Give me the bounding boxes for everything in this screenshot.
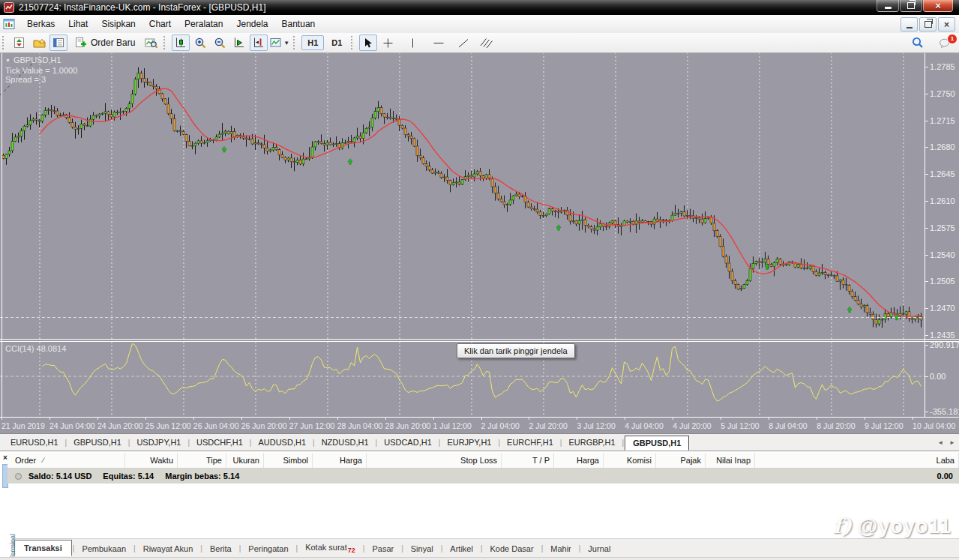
minimize-button[interactable] (877, 0, 899, 12)
terminal-tab[interactable]: Berita (203, 541, 238, 556)
candlestick-mode-button[interactable] (172, 34, 190, 51)
terminal-column-header[interactable]: T / P (502, 453, 554, 468)
timeframe-button[interactable]: D1 (325, 35, 348, 50)
menu-item[interactable]: Peralatan (178, 16, 229, 32)
notification-badge: 1 (947, 34, 958, 44)
price-chart[interactable] (0, 52, 925, 339)
panel-splitter[interactable] (0, 341, 959, 342)
zoom-out-button[interactable] (211, 34, 229, 51)
menu-item[interactable]: Bantuan (275, 16, 322, 32)
profiles-button[interactable] (30, 34, 48, 51)
symbol-tab[interactable]: AUDUSD,H1 (252, 436, 312, 449)
mdi-restore-button[interactable] (919, 17, 937, 31)
chart-window[interactable]: ▼GBPUSD,H1 Tick Value = 1.0000 Spread = … (0, 52, 959, 433)
symbol-tab[interactable]: EURCHF,H1 (501, 436, 559, 449)
tooltip-text: Klik dan tarik pinggir jendela (464, 346, 568, 355)
terminal-column-header[interactable]: Harga (554, 453, 604, 468)
terminal-tab[interactable]: Pasar (365, 541, 400, 556)
menu-item[interactable]: Lihat (61, 16, 94, 32)
zoom-in-button[interactable] (191, 34, 209, 51)
chart-shift-button[interactable] (250, 34, 268, 51)
terminal-column-header[interactable]: Tipe (178, 453, 226, 468)
terminal-column-header[interactable]: Harga (313, 453, 367, 468)
new-chart-icon (13, 37, 25, 49)
scroll-right-icon[interactable]: ► (949, 439, 955, 446)
maximize-button[interactable] (900, 0, 922, 12)
search-button[interactable] (909, 34, 927, 51)
toolbar-grip[interactable] (293, 36, 298, 49)
indicators-button[interactable] (142, 34, 160, 51)
timeframe-button[interactable]: H1 (301, 35, 324, 50)
terminal-tab[interactable]: Transaksi (14, 540, 72, 556)
terminal-column-header[interactable]: Nilai Inap (706, 453, 755, 468)
terminal-tab[interactable]: Riwayat Akun (136, 541, 200, 556)
terminal-tab[interactable]: Kotak surat72 (298, 540, 362, 557)
price-axis-label: 1.2785 (930, 62, 955, 71)
trendline-tool-button[interactable] (454, 34, 472, 51)
terminal-column-header[interactable]: Pajak (656, 453, 706, 468)
notifications-button[interactable]: 1 (936, 36, 954, 49)
symbol-tab[interactable]: USDCAD,H1 (378, 436, 438, 449)
toolbar-grip[interactable] (163, 36, 168, 49)
menu-item[interactable]: Sisipkan (94, 16, 142, 32)
balance-margin: Margin bebas: 5.14 (165, 472, 239, 481)
menu-item[interactable]: Chart (142, 16, 178, 32)
time-axis-label: 1 Jul 12:00 (433, 421, 472, 430)
crosshair-tool-button[interactable] (379, 34, 397, 51)
toolbar-grip[interactable] (2, 36, 7, 49)
chart-symbol-label: GBPUSD,H1 (13, 55, 61, 64)
new-chart-button[interactable] (10, 34, 28, 51)
auto-scroll-button[interactable] (230, 34, 248, 51)
terminal-column-header[interactable]: Stop Loss (367, 453, 502, 468)
terminal-tab[interactable]: Kode Dasar (484, 541, 541, 556)
price-axis-label: 1.2575 (930, 223, 955, 232)
toolbar-grip[interactable] (351, 36, 355, 49)
mdi-close-button[interactable]: × (938, 17, 955, 31)
terminal-column-header[interactable]: Komisi (604, 453, 656, 468)
time-axis-label: 27 Jun 12:00 (289, 421, 335, 430)
price-axis[interactable]: 1.27851.27501.27151.26801.26451.26101.25… (925, 52, 959, 418)
symbol-tab[interactable]: USDJPY,H1 (130, 436, 187, 449)
templates-button[interactable]: ▼ (269, 34, 290, 51)
terminal-tab[interactable]: Peringatan (241, 541, 295, 556)
close-icon: × (935, 1, 941, 10)
panel-splitter[interactable] (0, 339, 959, 340)
scroll-left-icon[interactable]: ◄ (937, 439, 943, 446)
vertical-line-tool-button[interactable] (403, 34, 421, 51)
terminal-column-header[interactable]: Simbol (264, 453, 313, 468)
chart-shift-icon (253, 37, 265, 49)
indicators-icon (145, 37, 158, 49)
symbol-tab[interactable]: USDCHF,H1 (190, 436, 249, 449)
terminal-tab[interactable]: Pembukaan (75, 541, 133, 556)
mdi-minimize-button[interactable] (901, 17, 918, 31)
terminal-tab[interactable]: Sinyal (404, 541, 440, 556)
price-axis-label: 1.2715 (930, 116, 955, 125)
menu-item[interactable]: Berkas (20, 16, 61, 32)
cursor-tool-button[interactable] (359, 34, 377, 51)
symbol-tab[interactable]: EURGBP,H1 (562, 436, 621, 449)
terminal-tab[interactable]: Jurnal (581, 541, 617, 556)
terminal-column-header[interactable]: Waktu (125, 453, 178, 468)
symbol-tab[interactable]: NZDUSD,H1 (316, 436, 375, 449)
symbol-tab[interactable]: GBPUSD,H1 (67, 436, 127, 449)
collapse-triangle-icon[interactable]: ▼ (5, 58, 10, 63)
time-axis[interactable]: 21 Jun 201924 Jun 04:0024 Jun 20:0025 Ju… (0, 418, 959, 433)
menu-item[interactable]: Jendela (229, 16, 274, 32)
terminal-column-header[interactable]: Order/ (7, 453, 125, 468)
symbol-tab[interactable]: GBPUSD,H1 (625, 436, 689, 451)
fibonacci-tool-button[interactable] (478, 34, 496, 51)
chart-window-icon[interactable] (3, 18, 15, 30)
terminal-column-header[interactable]: Laba (755, 453, 959, 468)
symbol-tab[interactable]: EURJPY,H1 (441, 436, 497, 449)
close-button[interactable]: × (923, 0, 953, 12)
column-label: Nilai Inap (716, 456, 751, 465)
terminal-tab[interactable]: Artikel (443, 541, 480, 556)
maximize-icon (907, 2, 915, 9)
new-order-button[interactable]: Order Baru (69, 34, 141, 51)
horizontal-line-tool-button[interactable] (430, 34, 448, 51)
cursor-icon (363, 37, 374, 49)
symbol-tab[interactable]: EURUSD,H1 (4, 436, 64, 449)
market-watch-button[interactable] (49, 34, 67, 51)
terminal-column-header[interactable]: Ukuran (226, 453, 264, 468)
terminal-tab[interactable]: Mahir (544, 541, 578, 556)
